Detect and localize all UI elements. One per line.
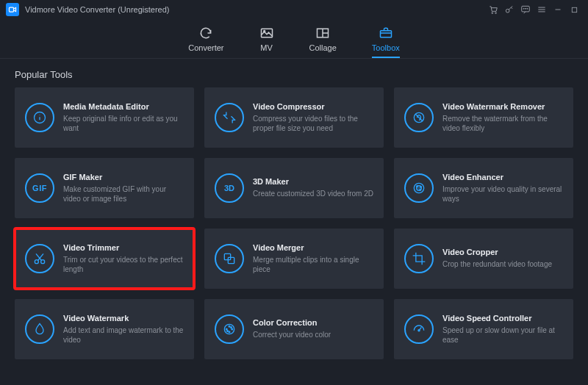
grid-icon — [315, 26, 330, 40]
gif-icon: GIF — [25, 173, 54, 203]
tool-text: Video MergerMerge multiple clips into a … — [253, 243, 373, 275]
no-watermark-icon — [404, 103, 434, 132]
svg-point-18 — [420, 190, 421, 191]
svg-point-5 — [523, 8, 524, 9]
tool-desc: Add text and image watermark to the vide… — [63, 325, 184, 345]
svg-point-1 — [492, 12, 493, 14]
svg-point-30 — [418, 330, 420, 331]
trim-icon — [25, 244, 54, 273]
tool-title: Video Cropper — [442, 248, 563, 256]
watermark-icon — [25, 314, 54, 344]
tool-card[interactable]: GIFGIF MakerMake customized GIF with you… — [15, 158, 194, 218]
svg-rect-21 — [224, 253, 230, 259]
svg-point-27 — [226, 328, 227, 330]
svg-point-16 — [417, 186, 418, 187]
tool-title: Video Watermark Remover — [442, 102, 563, 111]
svg-point-26 — [229, 331, 230, 333]
tool-card[interactable]: Video CropperCrop the redundant video fo… — [394, 229, 573, 289]
tool-desc: Compress your video files to the proper … — [253, 114, 373, 134]
svg-point-10 — [263, 31, 265, 32]
maximize-icon[interactable] — [566, 1, 582, 18]
minimize-icon[interactable] — [550, 1, 566, 18]
tool-title: GIF Maker — [63, 173, 184, 181]
tool-text: Color CorrectionCorrect your video color — [253, 318, 373, 340]
tool-desc: Merge multiple clips into a single piece — [253, 255, 373, 275]
toolbox-icon — [379, 26, 393, 40]
svg-rect-0 — [10, 7, 14, 12]
nav-label: Converter — [188, 43, 223, 52]
tool-desc: Create customized 3D video from 2D — [253, 189, 373, 199]
svg-rect-22 — [228, 257, 234, 263]
svg-rect-12 — [380, 31, 391, 37]
tool-card[interactable]: Video Watermark RemoverRemove the waterm… — [394, 87, 573, 148]
tool-title: 3D Maker — [253, 177, 373, 186]
titlebar: Vidmore Video Converter (Unregistered) — [0, 0, 588, 19]
tool-desc: Keep original file info or edit as you w… — [63, 114, 184, 134]
tool-title: Media Metadata Editor — [63, 102, 184, 111]
nav-label: Toolbox — [372, 43, 400, 52]
3d-icon: 3D — [215, 173, 244, 203]
tool-card[interactable]: 3D3D MakerCreate customized 3D video fro… — [204, 158, 384, 218]
refresh-icon — [198, 26, 213, 40]
tool-title: Color Correction — [253, 318, 373, 327]
tool-title: Video Speed Controller — [442, 314, 563, 323]
svg-point-28 — [231, 327, 232, 328]
svg-point-17 — [420, 187, 422, 188]
tool-card[interactable]: Video EnhancerImprove your video quality… — [394, 158, 573, 218]
tool-card[interactable]: Video CompressorCompress your video file… — [204, 87, 384, 148]
nav-collage[interactable]: Collage — [309, 26, 337, 58]
feedback-icon[interactable] — [517, 1, 534, 18]
tool-title: Video Watermark — [63, 314, 184, 323]
tool-desc: Trim or cut your videos to the perfect l… — [63, 255, 184, 275]
tool-text: Video TrimmerTrim or cut your videos to … — [63, 243, 184, 275]
svg-point-3 — [506, 9, 509, 12]
menu-icon[interactable] — [534, 1, 550, 18]
tool-desc: Make customized GIF with your video or i… — [63, 184, 184, 204]
color-icon — [215, 314, 244, 344]
image-icon — [259, 26, 274, 40]
crop-icon — [404, 244, 434, 273]
navbar: Converter MV Collage Toolbox — [0, 19, 588, 59]
speed-icon — [404, 314, 434, 344]
compress-icon — [215, 103, 244, 132]
tool-card[interactable]: Video Speed ControllerSpeed up or slow d… — [394, 299, 573, 359]
tool-card[interactable]: Video WatermarkAdd text and image waterm… — [15, 299, 194, 359]
tool-card[interactable]: Video TrimmerTrim or cut your videos to … — [15, 229, 194, 289]
info-icon — [25, 103, 54, 132]
tool-title: Video Compressor — [253, 102, 373, 111]
nav-mv[interactable]: MV — [259, 26, 274, 58]
tool-desc: Crop the redundant video footage — [442, 259, 563, 270]
tool-title: Video Enhancer — [442, 173, 563, 181]
nav-converter[interactable]: Converter — [188, 26, 223, 58]
tool-desc: Speed up or slow down your file at ease — [442, 325, 563, 345]
nav-label: MV — [260, 43, 273, 52]
tool-text: GIF MakerMake customized GIF with your v… — [63, 173, 184, 204]
svg-point-25 — [232, 328, 233, 330]
tool-text: Media Metadata EditorKeep original file … — [63, 102, 184, 134]
app-title: Vidmore Video Converter (Unregistered) — [25, 5, 169, 14]
app-logo — [6, 3, 19, 16]
tool-text: Video CropperCrop the redundant video fo… — [442, 248, 563, 270]
tool-text: Video Speed ControllerSpeed up or slow d… — [442, 314, 563, 345]
tool-text: Video EnhancerImprove your video quality… — [442, 173, 563, 204]
cart-icon[interactable] — [485, 1, 501, 18]
tool-desc: Improve your video quality in several wa… — [442, 184, 563, 204]
svg-point-6 — [526, 8, 526, 9]
merge-icon — [215, 244, 244, 273]
svg-rect-8 — [572, 7, 576, 12]
svg-point-2 — [495, 12, 497, 14]
tool-text: Video Watermark RemoverRemove the waterm… — [442, 102, 563, 134]
tool-card[interactable]: Color CorrectionCorrect your video color — [204, 299, 384, 359]
tool-card[interactable]: Media Metadata EditorKeep original file … — [15, 87, 194, 148]
section-title: Popular Tools — [0, 59, 588, 87]
tool-desc: Remove the watermark from the video flex… — [442, 114, 563, 134]
svg-point-24 — [229, 325, 230, 327]
tool-card[interactable]: Video MergerMerge multiple clips into a … — [204, 229, 384, 289]
key-icon[interactable] — [501, 1, 517, 18]
tool-text: Video CompressorCompress your video file… — [253, 102, 373, 134]
tool-text: 3D MakerCreate customized 3D video from … — [253, 177, 373, 199]
svg-point-7 — [527, 8, 528, 9]
tools-grid: Media Metadata EditorKeep original file … — [0, 87, 588, 371]
tool-text: Video WatermarkAdd text and image waterm… — [63, 314, 184, 345]
nav-toolbox[interactable]: Toolbox — [372, 26, 400, 58]
